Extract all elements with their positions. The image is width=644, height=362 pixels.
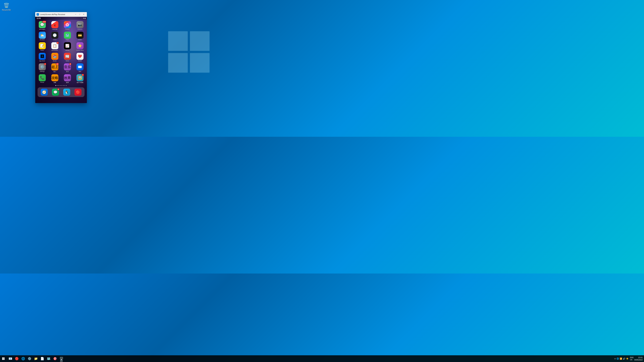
page-dots	[36, 84, 86, 87]
app-window: L LonelyScreen AirPlay Receiver ─ □ ✕ 13…	[35, 12, 87, 103]
photos-icon: 🌸	[64, 21, 71, 28]
wechat-icon: 💬 72	[52, 89, 59, 96]
itunes-icon: ⭐	[76, 42, 84, 49]
ch1-label: 超上	[54, 71, 56, 72]
photos-label: Photos	[65, 28, 70, 30]
calendar-icon: WED 4	[51, 21, 58, 28]
appstore-icon: 🅰	[39, 53, 46, 60]
page-dot-4	[60, 85, 61, 86]
app-books[interactable]: 📚 Books	[49, 52, 61, 62]
wallet-label: Wallet	[78, 39, 82, 40]
app-grid-row1: 💬 2,972 Messages WED 4	[36, 20, 86, 31]
dock-weibo[interactable]: 🔴	[74, 88, 82, 96]
mail-label: Mail	[79, 71, 81, 72]
app-ch1[interactable]: 超上 112 超上	[49, 63, 61, 73]
app-ch2[interactable]: 音乐 14 音乐	[62, 63, 73, 73]
svg-rect-1	[190, 31, 210, 51]
ch3-icon: 攻略	[51, 74, 58, 81]
qq-icon: 🐧	[63, 89, 70, 96]
phone-label: Phone	[40, 82, 44, 83]
windows-logo	[167, 30, 211, 74]
clock-icon: 🕐	[51, 32, 58, 39]
ch2-label: 音乐	[66, 71, 69, 72]
ch4-icon: 效果	[64, 74, 71, 81]
health-label: Health	[78, 60, 82, 62]
notes-label: Notes	[40, 50, 44, 51]
app-stocks[interactable]: 📈 Stocks	[62, 42, 73, 51]
app-clock[interactable]: 🕐 Clock	[49, 31, 61, 41]
app-health[interactable]: ❤️ Health	[74, 52, 86, 62]
ch2-icon: 音乐 14	[64, 63, 71, 70]
settings-label: Settings	[40, 71, 44, 72]
dock: 🧭 💬 72 🐧 🔴	[38, 87, 84, 97]
phone-content: 💬 2,972 Messages WED 4	[35, 20, 87, 98]
recycle-bin-label: Recycle Bin	[2, 9, 11, 11]
app-camera[interactable]: 📷 Camera	[74, 21, 86, 30]
page-dot-7	[64, 85, 65, 86]
title-bar: L LonelyScreen AirPlay Receiver ─ □ ✕	[35, 12, 87, 17]
app-notes[interactable]: 📝 Notes	[36, 42, 48, 51]
clock-label: Clock	[53, 39, 56, 40]
status-bar: 13:01 ··· ⊗ ▮	[35, 17, 87, 20]
page-dot-3	[58, 85, 59, 86]
news-label: News	[66, 60, 69, 62]
window-title: LonelyScreen AirPlay Receiver	[40, 13, 74, 15]
app-photos[interactable]: 🌸 Photos	[62, 21, 73, 30]
app-news[interactable]: 📰 News	[62, 52, 73, 62]
ch3-label: 攻略	[54, 82, 56, 83]
health-icon: ❤️	[76, 53, 84, 60]
app-ch3[interactable]: 攻略 攻略	[49, 74, 61, 84]
app-wallet[interactable]: 💳 Wallet	[74, 31, 86, 41]
minimize-button[interactable]: ─	[74, 13, 78, 16]
svg-rect-3	[190, 53, 210, 73]
page-dot-5	[62, 85, 62, 86]
close-button[interactable]: ✕	[82, 13, 86, 16]
app-phone[interactable]: 📞 Phone	[36, 74, 48, 84]
maximize-button[interactable]: □	[78, 13, 82, 16]
app-ch4[interactable]: 效果 效果	[62, 74, 73, 84]
reminders-icon: 📋 2	[51, 42, 58, 49]
maps-icon: 🗺️	[64, 32, 71, 39]
stocks-label: Stocks	[65, 50, 69, 51]
app-settings[interactable]: ⚙️ 1 Settings	[36, 63, 48, 73]
app-grid-row5: ⚙️ 1 Settings 超上 112 超上	[36, 63, 86, 73]
app-maps[interactable]: 🗺️ Maps	[62, 31, 73, 41]
page-dot-1	[55, 85, 56, 86]
app-weather[interactable]: ⛅ Weather	[36, 31, 48, 41]
app-reminders[interactable]: 📋 2 Reminders	[49, 42, 61, 51]
app-calendar[interactable]: WED 4 Calendar	[49, 21, 61, 30]
svg-rect-2	[168, 53, 188, 73]
mail-icon: ✉️	[76, 63, 84, 70]
ch5-badge: 1	[82, 74, 84, 76]
stocks-icon: 📈	[64, 42, 71, 49]
desktop: 🗑️ Recycle Bin L LonelyScreen AirPlay Re…	[0, 0, 244, 137]
maps-label: Maps	[66, 39, 69, 40]
weather-label: Weather	[40, 39, 44, 40]
ch5-icon: 🖼️ 1	[76, 74, 84, 81]
app-ch5[interactable]: 🖼️ 1 相片与视频	[74, 74, 86, 84]
dock-wechat[interactable]: 💬 72	[52, 88, 59, 96]
recycle-bin[interactable]: 🗑️ Recycle Bin	[1, 1, 12, 11]
app-messages[interactable]: 💬 2,972 Messages	[36, 21, 48, 30]
safari-icon: 🧭	[41, 89, 48, 96]
ch1-badge: 112	[56, 63, 59, 65]
window-controls: ─ □ ✕	[74, 13, 86, 16]
notes-icon: 📝	[39, 42, 46, 49]
app-itunes[interactable]: ⭐ iTunes Store	[74, 42, 86, 51]
app-grid-row3: 📝 Notes 📋 2 Reminders 📈 Sto	[36, 41, 86, 52]
battery-icon: ▮	[85, 17, 86, 19]
camera-label: Camera	[78, 28, 82, 30]
dock-safari[interactable]: 🧭	[40, 88, 48, 96]
ch4-label: 效果	[66, 82, 69, 83]
dock-qq[interactable]: 🐧	[63, 88, 70, 96]
app-icon-small: L	[36, 13, 39, 15]
app-appstore[interactable]: 🅰 App Store	[36, 52, 48, 62]
app-mail[interactable]: ✉️ Mail	[74, 63, 86, 73]
reminders-label: Reminders	[52, 50, 58, 51]
phone-container: 13:01 ··· ⊗ ▮ 💬 2	[35, 17, 87, 103]
camera-icon: 📷	[76, 21, 84, 28]
wallet-icon: 💳	[76, 32, 84, 39]
page-dot-6	[63, 85, 64, 86]
ch2-badge: 14	[69, 63, 72, 65]
appstore-label: App Store	[39, 60, 45, 62]
